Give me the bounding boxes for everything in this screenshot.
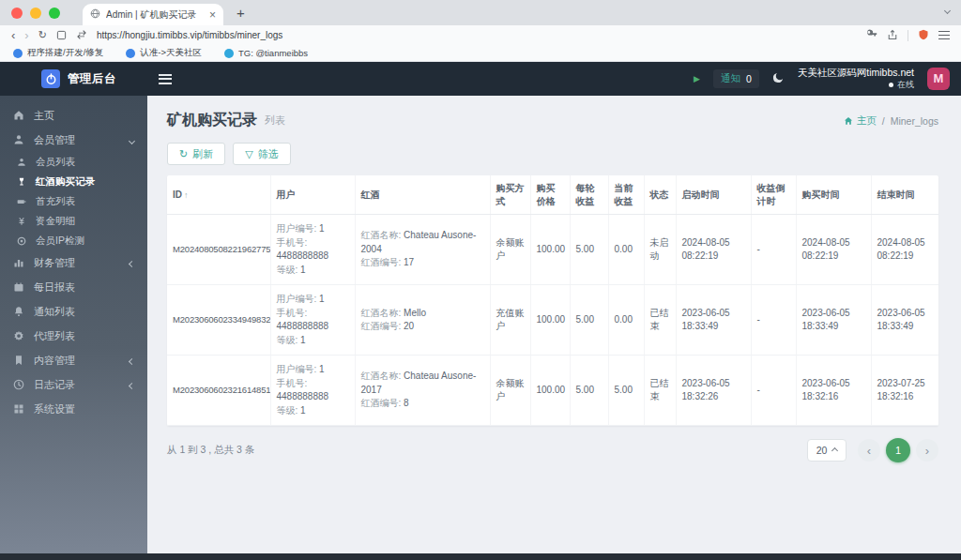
sidebar-item-member-mgmt[interactable]: 会员管理 xyxy=(0,128,147,152)
sidebar-item-finance-mgmt[interactable]: 财务管理 xyxy=(0,250,147,275)
forward-icon[interactable]: › xyxy=(24,29,28,41)
next-page-button[interactable]: › xyxy=(916,439,938,462)
cell-round_profit: 5.00 xyxy=(570,285,608,356)
breadcrumb-home[interactable]: 主页 xyxy=(844,114,877,128)
col-id[interactable]: ID↑ xyxy=(167,175,270,215)
refresh-icon: ↻ xyxy=(179,148,188,160)
sidebar-item-system-settings[interactable]: 系统设置 xyxy=(0,397,147,421)
cell-user: 用户编号: 1手机号:4488888888等级: 1 xyxy=(270,356,355,426)
sidebar-item-agent-list[interactable]: 代理列表 xyxy=(0,324,147,348)
notification-count-badge: 0 xyxy=(746,73,752,84)
table-summary: 从 1 到 3 , 总共 3 条 xyxy=(167,444,254,457)
bell-icon xyxy=(13,306,24,317)
cell-start_time: 2023-06-05 18:33:49 xyxy=(676,285,751,356)
sidebar-item-daily-report[interactable]: 每日报表 xyxy=(0,275,147,299)
play-icon[interactable]: ▶ xyxy=(694,74,700,83)
prev-page-button[interactable]: ‹ xyxy=(858,439,880,462)
cell-buy_time: 2023-06-05 18:33:49 xyxy=(796,285,871,356)
wine-icon xyxy=(17,177,26,187)
reload-icon[interactable]: ↻ xyxy=(38,30,47,40)
url-text[interactable]: https://hongjiu.timibbs.vip/timibbs/mine… xyxy=(97,30,282,40)
reader-icon[interactable] xyxy=(56,27,67,44)
dark-mode-moon-icon[interactable] xyxy=(772,70,785,87)
col-pay_method: 购买方式 xyxy=(490,175,530,215)
cell-start_time: 2023-06-05 18:32:26 xyxy=(676,356,751,426)
sidebar-item-notice-list[interactable]: 通知列表 xyxy=(0,299,147,324)
page-title: 矿机购买记录 xyxy=(167,111,257,130)
avatar[interactable]: M xyxy=(927,68,950,90)
cell-wine: 红酒名称: Chateau Ausone-2004红酒编号: 17 xyxy=(355,215,490,285)
home-icon xyxy=(844,116,853,126)
page-size-select[interactable]: 20 xyxy=(807,439,847,462)
bookmark-item[interactable]: TG: @tianmeibbs xyxy=(224,48,308,58)
cell-price: 100.00 xyxy=(530,215,570,285)
filter-button[interactable]: ▽筛选 xyxy=(233,143,290,165)
tab-title: Admin | 矿机购买记录 xyxy=(106,8,204,22)
col-start_time: 启动时间 xyxy=(676,175,751,215)
cell-countdown: - xyxy=(751,215,796,285)
sidebar-item-wine-purchase-logs[interactable]: 红酒购买记录 xyxy=(0,172,147,191)
sidebar-item-first-charge-list[interactable]: 首充列表 xyxy=(0,191,147,211)
cell-wine: 红酒名称: Chateau Ausone-2017红酒编号: 8 xyxy=(355,356,490,426)
cell-end_time: 2023-06-05 18:33:49 xyxy=(871,285,938,356)
sidebar-item-home[interactable]: 主页 xyxy=(0,103,147,128)
browser-menu-icon[interactable] xyxy=(938,31,950,40)
adblock-shield-icon[interactable] xyxy=(918,27,929,44)
key-icon[interactable] xyxy=(865,27,877,44)
page-subtitle: 列表 xyxy=(265,114,285,128)
sidebar-item-member-ip-check[interactable]: 会员IP检测 xyxy=(0,231,147,250)
notifications-button[interactable]: 通知 0 xyxy=(713,69,759,88)
bookmark-favicon-icon xyxy=(13,49,23,58)
chevron-down-icon xyxy=(130,134,134,145)
sidebar-item-log-record[interactable]: 日志记录 xyxy=(0,372,147,397)
new-tab-button[interactable]: + xyxy=(236,6,245,20)
cell-start_time: 2024-08-05 08:22:19 xyxy=(676,215,751,285)
col-status: 状态 xyxy=(644,175,676,215)
bookmark-favicon-icon xyxy=(126,49,135,58)
site-info-icon[interactable] xyxy=(76,27,87,44)
brand-title: 管理后台 xyxy=(68,71,116,87)
share-icon[interactable] xyxy=(887,27,898,44)
bookmark-item[interactable]: 程序搭建/开发/修复 xyxy=(13,47,103,59)
table-row: M2023060602321614851用户编号: 1手机号:448888888… xyxy=(167,356,938,426)
chevron-down-icon[interactable] xyxy=(944,8,951,14)
cell-pay_method: 余额账户 xyxy=(490,215,530,285)
close-window-button[interactable] xyxy=(11,8,23,19)
cell-user: 用户编号: 1手机号:4488888888等级: 1 xyxy=(270,215,355,285)
table-row: M2023060602334949832用户编号: 1手机号:448888888… xyxy=(167,285,938,356)
telegram-icon xyxy=(224,49,234,58)
power-logo-icon xyxy=(41,69,60,88)
breadcrumb-separator: / xyxy=(882,115,885,127)
browser-addressbar: ‹ › ↻ https://hongjiu.timibbs.vip/timibb… xyxy=(0,25,961,45)
cell-wine: 红酒名称: Mello红酒编号: 20 xyxy=(355,285,490,356)
zoom-window-button[interactable] xyxy=(49,8,60,19)
current-page-button[interactable]: 1 xyxy=(886,438,910,462)
cell-user: 用户编号: 1手机号:4488888888等级: 1 xyxy=(270,285,355,356)
minimize-window-button[interactable] xyxy=(30,8,41,19)
user-icon xyxy=(17,158,26,167)
window-bottom-edge xyxy=(0,553,961,560)
cell-countdown: - xyxy=(751,356,796,426)
bookmark-item[interactable]: 认准->天美社区 xyxy=(126,47,202,59)
tab-close-icon[interactable]: × xyxy=(209,8,216,22)
refresh-button[interactable]: ↻刷新 xyxy=(167,143,225,165)
browser-tabbar: Admin | 矿机购买记录 × + xyxy=(0,0,961,25)
breadcrumb-current: Miner_logs xyxy=(891,115,938,127)
sidebar-toggle-icon[interactable] xyxy=(159,74,172,84)
sidebar-item-content-mgmt[interactable]: 内容管理 xyxy=(0,348,147,372)
pagination: ‹ 1 › xyxy=(858,438,938,462)
site-info[interactable]: 天美社区源码网timibbs.net 在线 xyxy=(798,67,914,90)
sidebar-item-fund-detail[interactable]: 资金明细 xyxy=(0,211,147,231)
sort-asc-icon: ↑ xyxy=(184,190,189,200)
cell-pay_method: 充值账户 xyxy=(490,285,530,356)
cell-price: 100.00 xyxy=(530,356,570,426)
back-icon[interactable]: ‹ xyxy=(11,29,15,41)
sidebar-item-member-list[interactable]: 会员列表 xyxy=(0,152,147,172)
cell-buy_time: 2023-06-05 18:32:16 xyxy=(796,356,871,426)
cell-id: M2023060602321614851 xyxy=(167,356,270,426)
chart-icon xyxy=(13,257,24,268)
browser-tab[interactable]: Admin | 矿机购买记录 × xyxy=(83,4,223,25)
chevron-left-icon xyxy=(130,379,134,390)
brand[interactable]: 管理后台 xyxy=(41,69,147,88)
money-icon xyxy=(17,217,26,226)
